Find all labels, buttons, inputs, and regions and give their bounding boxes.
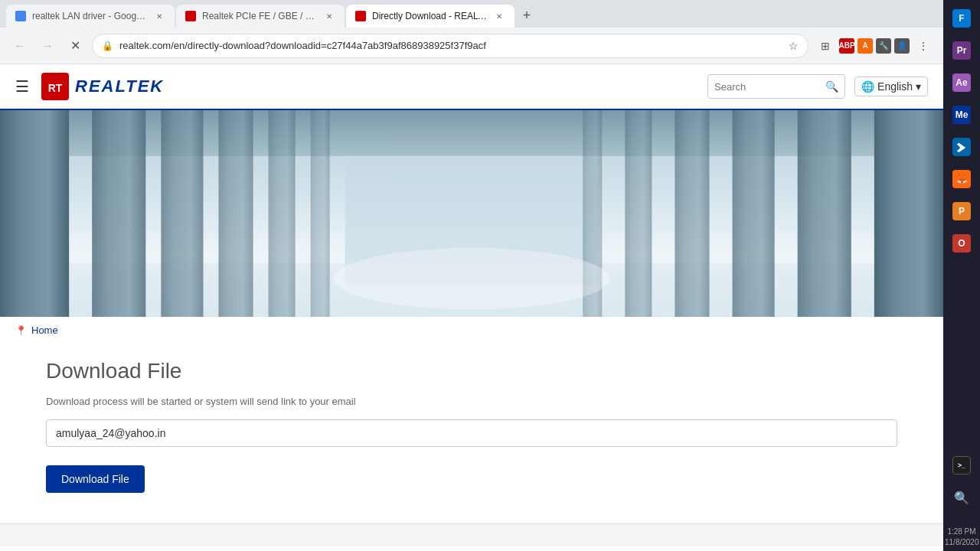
site-header: ☰ RT Realtek 🔍 🌐 Engl	[0, 64, 943, 110]
tab-3-title: Directly Download - REALTEK	[372, 11, 487, 21]
sidebar-icon-aftereffects[interactable]: Ae	[946, 67, 977, 98]
tab-1[interactable]: realtek LAN driver - Google Search ✕	[6, 5, 175, 28]
svg-rect-6	[0, 110, 69, 317]
extension-3[interactable]: 🔧	[876, 38, 891, 54]
sidebar-icon-vscode[interactable]	[946, 132, 977, 162]
svg-rect-16	[625, 110, 652, 317]
page-content: ☰ RT Realtek 🔍 🌐 Engl	[0, 64, 943, 551]
adblock-extension[interactable]: ABP	[839, 38, 854, 54]
site-search-bar[interactable]: 🔍	[707, 74, 845, 99]
avast-extension[interactable]: A	[858, 38, 873, 54]
sidebar-icon-files[interactable]: F	[946, 3, 977, 34]
extension-4[interactable]: 👤	[894, 38, 910, 54]
tab-2-favicon	[185, 11, 196, 21]
new-tab-button[interactable]: +	[516, 5, 537, 26]
breadcrumb-home[interactable]: Home	[31, 324, 58, 336]
chrome-menu-icon[interactable]: ⋮	[913, 35, 934, 57]
clock-time: 1:28 PM	[945, 527, 978, 537]
realtek-logo-text: Realtek	[75, 77, 164, 96]
sidebar-icon-premiere[interactable]: Pr	[946, 35, 977, 66]
svg-rect-9	[218, 110, 253, 317]
sidebar-icon-mediaencoder[interactable]: Me	[946, 99, 977, 130]
realtek-logo[interactable]: RT Realtek	[41, 73, 164, 100]
svg-rect-14	[733, 110, 775, 317]
corridor-svg	[0, 110, 943, 317]
svg-rect-7	[92, 110, 145, 317]
security-lock-icon: 🔒	[102, 41, 113, 51]
tab-3-close[interactable]: ✕	[493, 10, 505, 22]
sidebar-icon-firefox[interactable]: 🦊	[946, 164, 977, 194]
download-description: Download process will be started or syst…	[46, 396, 897, 407]
bookmark-star-icon[interactable]: ☆	[789, 40, 799, 52]
search-icon[interactable]: 🔍	[825, 80, 838, 93]
tab-3-favicon	[355, 11, 366, 21]
breadcrumb: 📍 Home	[0, 317, 943, 344]
realtek-logo-icon: RT	[41, 73, 69, 100]
svg-rect-12	[874, 110, 943, 317]
site-header-right: 🔍 🌐 English ▾	[707, 74, 928, 99]
reload-button[interactable]: ✕	[64, 35, 86, 57]
hamburger-menu[interactable]: ☰	[15, 77, 29, 96]
language-dropdown-icon: ▾	[916, 80, 921, 93]
svg-rect-15	[675, 110, 709, 317]
corridor-background	[0, 110, 943, 317]
extensions-icon[interactable]: ⊞	[815, 35, 836, 57]
tab-2-close[interactable]: ✕	[323, 10, 335, 22]
svg-rect-8	[161, 110, 203, 317]
tab-3[interactable]: Directly Download - REALTEK ✕	[346, 5, 514, 28]
site-header-left: ☰ RT Realtek	[15, 73, 164, 100]
browser-window: realtek LAN driver - Google Search ✕ Rea…	[0, 0, 943, 551]
sidebar-icon-terminal[interactable]: >_	[946, 450, 977, 481]
svg-point-18	[334, 248, 610, 309]
taskbar-clock: 1:28 PM 11/8/2020	[943, 523, 980, 551]
site-search-input[interactable]	[714, 81, 821, 93]
url-text: realtek.com/en/directly-download?downloa…	[119, 40, 782, 51]
sidebar-icon-search[interactable]: 🔍	[946, 482, 977, 513]
tab-2[interactable]: Realtek PCIe FE / GBE / 2.5G / Gami... ✕	[176, 5, 345, 28]
back-button[interactable]: ←	[9, 35, 31, 57]
breadcrumb-pin-icon: 📍	[15, 325, 27, 336]
sidebar-icon-opera[interactable]: O	[946, 228, 977, 259]
svg-rect-13	[798, 110, 851, 317]
tab-bar: realtek LAN driver - Google Search ✕ Rea…	[0, 0, 943, 28]
right-sidebar: F Pr Ae Me 🦊 P O >_ 🔍 ⬇ 1:28 PM 11/8/202…	[943, 0, 980, 551]
globe-icon: 🌐	[861, 80, 874, 93]
svg-rect-11	[311, 110, 330, 317]
language-label: English	[877, 80, 913, 93]
tab-1-favicon	[15, 11, 26, 21]
svg-rect-10	[269, 110, 296, 317]
language-selector[interactable]: 🌐 English ▾	[854, 77, 928, 96]
svg-text:RT: RT	[48, 82, 63, 94]
sidebar-icon-powerpoint[interactable]: P	[946, 196, 977, 227]
toolbar-extensions: ⊞ ABP A 🔧 👤 ⋮	[815, 35, 934, 57]
download-file-button[interactable]: Download File	[46, 465, 145, 493]
page-title: Download File	[46, 359, 897, 383]
main-content: Download File Download process will be s…	[0, 344, 943, 523]
email-input[interactable]	[46, 419, 897, 447]
footer-bar	[0, 523, 943, 546]
forward-button[interactable]: →	[37, 35, 58, 57]
svg-marker-19	[957, 143, 965, 152]
tab-1-title: realtek LAN driver - Google Search	[32, 11, 147, 21]
clock-date: 11/8/2020	[945, 537, 978, 548]
url-bar[interactable]: 🔒 realtek.com/en/directly-download?downl…	[92, 34, 808, 58]
hero-image	[0, 110, 943, 317]
tab-2-title: Realtek PCIe FE / GBE / 2.5G / Gami...	[202, 11, 317, 21]
tab-1-close[interactable]: ✕	[153, 10, 165, 22]
address-bar: ← → ✕ 🔒 realtek.com/en/directly-download…	[0, 28, 943, 64]
